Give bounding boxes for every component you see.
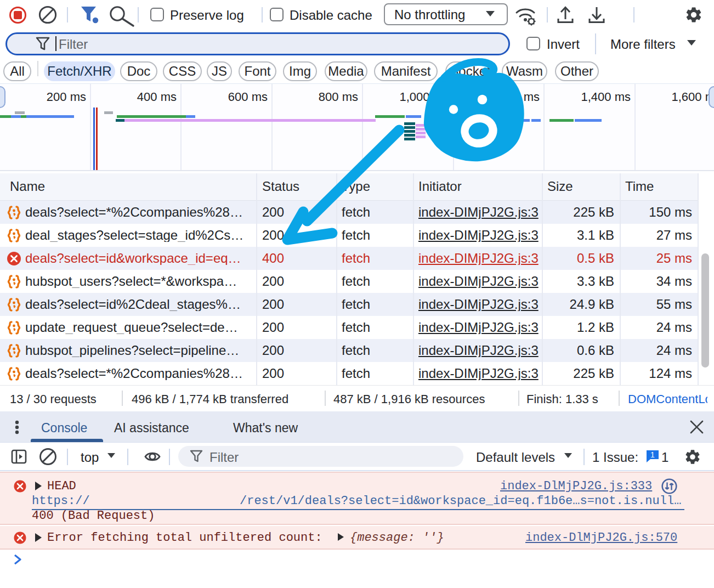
svg-text:1: 1 (650, 450, 655, 459)
